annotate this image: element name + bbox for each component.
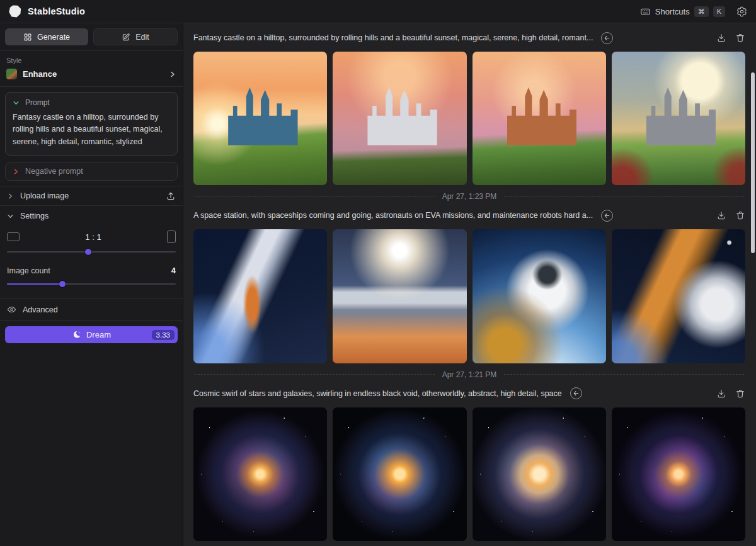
- generated-image-grid: [193, 407, 745, 541]
- upload-image-row[interactable]: Upload image: [0, 186, 183, 206]
- generated-image[interactable]: [333, 52, 466, 185]
- trash-icon: [735, 33, 745, 43]
- generated-image[interactable]: [612, 52, 745, 185]
- dream-button[interactable]: Dream 3.33: [5, 326, 178, 343]
- gear-icon: [736, 6, 747, 17]
- generation-group-header: A space station, with spaceships coming …: [193, 208, 745, 223]
- generated-image-grid: [193, 229, 745, 363]
- negative-prompt-label: Negative prompt: [25, 167, 83, 176]
- timestamp: Apr 27, 1:21 PM: [442, 370, 497, 379]
- delete-group-button[interactable]: [735, 389, 745, 399]
- edit-pencil-icon: [122, 33, 130, 42]
- arrow-left-circle-icon: [573, 390, 580, 397]
- shortcuts-button[interactable]: Shortcuts ⌘ K: [640, 6, 725, 17]
- keyboard-icon: [640, 6, 651, 17]
- generation-prompt-text: Cosmic swirl of stars and galaxies, swir…: [193, 389, 562, 398]
- generated-image[interactable]: [193, 52, 327, 185]
- app-title: StableStudio: [28, 6, 85, 16]
- image-count-row: Image count 4: [7, 266, 176, 275]
- settings-label: Settings: [20, 212, 49, 220]
- generated-image[interactable]: [612, 407, 745, 541]
- download-icon: [716, 210, 726, 220]
- aspect-ratio-value: 1 : 1: [20, 232, 167, 242]
- tab-generate-label: Generate: [37, 33, 70, 42]
- download-group-button[interactable]: [716, 33, 726, 43]
- k-key-badge: K: [713, 6, 725, 17]
- app-logo-icon: [9, 5, 21, 18]
- generation-prompt-text: A space station, with spaceships coming …: [193, 211, 593, 220]
- advanced-label: Advanced: [23, 305, 58, 314]
- image-count-label: Image count: [7, 266, 50, 275]
- prompt-input[interactable]: Fantasy castle on a hilltop, surrounded …: [13, 111, 170, 148]
- portrait-ratio-icon: [167, 230, 176, 243]
- settings-gear-button[interactable]: [736, 6, 747, 17]
- dream-button-label: Dream: [86, 330, 111, 339]
- chevron-right-icon: [13, 168, 20, 175]
- download-icon: [716, 389, 726, 399]
- stablestudio-app: StableStudio Shortcuts ⌘ K: [0, 0, 756, 546]
- advanced-toggle[interactable]: Advanced: [0, 299, 183, 321]
- negative-prompt-panel[interactable]: Negative prompt: [5, 162, 178, 181]
- tab-edit-label: Edit: [135, 33, 149, 42]
- trash-icon: [735, 210, 745, 220]
- settings-header[interactable]: Settings: [7, 212, 176, 220]
- dream-cost-badge: 3.33: [152, 330, 175, 340]
- generated-image[interactable]: [472, 229, 606, 363]
- delete-group-button[interactable]: [735, 210, 745, 220]
- image-count-slider-thumb[interactable]: [59, 281, 66, 287]
- aspect-ratio-row: 1 : 1: [7, 230, 176, 243]
- generation-group-header: Cosmic swirl of stars and galaxies, swir…: [193, 386, 745, 401]
- image-count-value: 4: [171, 266, 176, 275]
- aspect-ratio-slider[interactable]: [7, 249, 176, 255]
- reuse-prompt-button[interactable]: [601, 210, 613, 222]
- download-group-button[interactable]: [716, 210, 726, 220]
- style-selector[interactable]: Style Enhance: [0, 51, 183, 86]
- trash-icon: [735, 389, 745, 399]
- generate-grid-icon: [23, 33, 32, 42]
- timestamp-divider: Apr 27, 1:23 PM: [195, 192, 744, 201]
- reuse-prompt-button[interactable]: [570, 387, 582, 399]
- tab-edit[interactable]: Edit: [93, 28, 178, 45]
- download-icon: [716, 33, 726, 43]
- prompt-label: Prompt: [25, 98, 50, 107]
- generated-image[interactable]: [333, 229, 466, 363]
- image-count-slider[interactable]: [7, 281, 176, 287]
- delete-group-button[interactable]: [735, 33, 745, 43]
- style-thumbnail: [6, 69, 17, 79]
- generated-image[interactable]: [472, 407, 606, 541]
- landscape-ratio-icon: [7, 232, 20, 241]
- chevron-right-icon: [7, 193, 14, 200]
- chevron-right-icon: [169, 71, 176, 78]
- timestamp-divider: Apr 27, 1:21 PM: [195, 370, 744, 379]
- generated-image[interactable]: [472, 52, 606, 185]
- generated-image-grid: [193, 52, 745, 185]
- reuse-prompt-button[interactable]: [601, 32, 613, 44]
- prompt-panel: Prompt Fantasy castle on a hilltop, surr…: [5, 92, 178, 156]
- generated-image[interactable]: [193, 407, 327, 541]
- arrow-left-circle-icon: [604, 212, 610, 219]
- generation-prompt-text: Fantasy castle on a hilltop, surrounded …: [193, 33, 593, 42]
- aspect-ratio-slider-thumb[interactable]: [85, 249, 91, 255]
- prompt-header[interactable]: Prompt: [13, 98, 170, 107]
- style-label: Style: [6, 57, 176, 64]
- generation-group-header: Fantasy castle on a hilltop, surrounded …: [193, 30, 745, 45]
- generated-image[interactable]: [333, 407, 466, 541]
- upload-image-label: Upload image: [20, 191, 69, 200]
- generated-image[interactable]: [612, 229, 745, 363]
- shortcuts-label: Shortcuts: [655, 7, 690, 16]
- download-group-button[interactable]: [716, 389, 726, 399]
- cmd-key-badge: ⌘: [694, 6, 709, 17]
- settings-section: Settings 1 : 1 Image count 4: [0, 206, 183, 290]
- chevron-down-icon: [7, 213, 14, 220]
- style-value: Enhance: [23, 69, 57, 79]
- eye-icon: [7, 305, 16, 314]
- arrow-left-circle-icon: [604, 35, 610, 42]
- generation-feed: Fantasy castle on a hilltop, surrounded …: [183, 23, 756, 546]
- moon-sparkle-icon: [72, 330, 81, 339]
- timestamp: Apr 27, 1:23 PM: [442, 192, 497, 201]
- sidebar: Generate Edit Style Enha: [0, 23, 183, 546]
- generated-image[interactable]: [193, 229, 327, 363]
- tab-generate[interactable]: Generate: [5, 28, 88, 45]
- scrollbar-thumb[interactable]: [751, 72, 755, 253]
- upload-icon: [166, 191, 176, 201]
